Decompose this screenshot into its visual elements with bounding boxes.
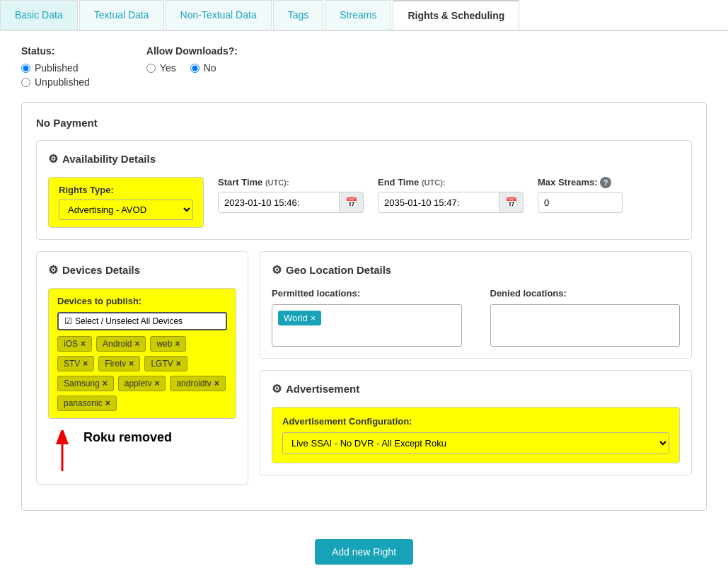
max-streams-input[interactable]: [538, 192, 623, 213]
rights-type-select[interactable]: Advertising - AVOD SVOD TVOD Free: [59, 200, 193, 220]
roku-removed-text: Roku removed: [83, 430, 172, 445]
device-tag-androidtv[interactable]: androidtv×: [170, 376, 225, 391]
availability-fields-row: Rights Type: Advertising - AVOD SVOD TVO…: [48, 177, 680, 228]
start-time-input[interactable]: [219, 193, 339, 212]
geo-title-text: Geo Location Details: [286, 264, 391, 276]
end-time-input-wrap: 📅: [378, 192, 524, 213]
remove-samsung-icon[interactable]: ×: [103, 379, 108, 388]
remove-firetv-icon[interactable]: ×: [129, 359, 134, 369]
select-all-label: Select / Unselect All Devices: [75, 316, 183, 326]
status-label: Status:: [21, 45, 90, 57]
no-payment-title: No Payment: [36, 117, 692, 129]
start-time-input-wrap: 📅: [218, 192, 364, 213]
device-tag-samsung[interactable]: Samsung×: [57, 376, 114, 391]
geo-locations-row: Permitted locations: World × Denied loca…: [272, 288, 680, 347]
start-time-utc: (UTC):: [265, 178, 289, 187]
permitted-locations-box[interactable]: World ×: [272, 304, 462, 347]
advertisement-title-text: Advertisement: [286, 383, 359, 395]
start-time-label: Start Time (UTC):: [218, 177, 364, 187]
tab-basic-data[interactable]: Basic Data: [0, 0, 78, 30]
checkbox-checked-icon: ☑: [64, 316, 72, 326]
device-tag-lgtv[interactable]: LGTV×: [144, 356, 187, 371]
remove-androidtv-icon[interactable]: ×: [214, 379, 219, 388]
remove-android-icon[interactable]: ×: [134, 339, 139, 349]
remove-appletv-icon[interactable]: ×: [154, 379, 159, 388]
downloads-yes-option[interactable]: Yes: [146, 62, 176, 74]
device-tag-stv[interactable]: STV×: [57, 356, 94, 371]
devices-col: ⚙ Devices Details Devices to publish: ☑ …: [36, 251, 248, 496]
denied-locations-box[interactable]: [490, 304, 681, 347]
start-time-field: Start Time (UTC): 📅: [218, 177, 364, 213]
tab-tags[interactable]: Tags: [273, 0, 324, 30]
remove-lgtv-icon[interactable]: ×: [176, 359, 181, 369]
downloads-no-radio[interactable]: [190, 64, 200, 73]
downloads-no-label: No: [204, 62, 216, 74]
status-unpublished-option[interactable]: Unpublished: [21, 76, 90, 88]
gear-icon-availability: ⚙: [48, 152, 58, 166]
denied-locations-label: Denied locations:: [490, 288, 681, 299]
device-tag-android[interactable]: Android×: [96, 336, 146, 352]
device-tag-firetv[interactable]: Firetv×: [98, 356, 140, 371]
bottom-bar: Add new Right: [21, 525, 707, 579]
advert-config-select[interactable]: Live SSAI - No DVR - All Except Roku Liv…: [282, 432, 669, 454]
rights-type-box: Rights Type: Advertising - AVOD SVOD TVO…: [48, 177, 204, 228]
tab-non-textual-data[interactable]: Non-Textual Data: [166, 0, 272, 30]
permitted-locations-label: Permitted locations:: [272, 288, 462, 299]
advert-config-box: Advertisement Configuration: Live SSAI -…: [272, 407, 680, 463]
gear-icon-devices: ⚙: [48, 263, 58, 277]
status-published-radio[interactable]: [21, 64, 30, 73]
remove-ios-icon[interactable]: ×: [81, 339, 86, 349]
add-new-right-button[interactable]: Add new Right: [315, 539, 413, 565]
world-location-tag[interactable]: World ×: [278, 311, 321, 325]
downloads-no-option[interactable]: No: [190, 62, 216, 74]
availability-card: ⚙ Availability Details Rights Type: Adve…: [36, 140, 692, 240]
device-tag-web[interactable]: web×: [150, 336, 186, 352]
remove-world-icon[interactable]: ×: [311, 313, 316, 323]
device-tag-ios[interactable]: iOS×: [57, 336, 92, 352]
status-published-option[interactable]: Published: [21, 62, 90, 74]
roku-removed-annotation: Roku removed: [48, 425, 236, 473]
rights-type-label: Rights Type:: [59, 185, 193, 195]
geo-title: ⚙ Geo Location Details: [272, 263, 680, 277]
no-payment-section: No Payment ⚙ Availability Details Rights…: [21, 102, 707, 511]
device-tag-appletv[interactable]: appletv×: [118, 376, 166, 391]
availability-title: ⚙ Availability Details: [48, 152, 680, 166]
devices-box: Devices to publish: ☑ Select / Unselect …: [48, 288, 236, 419]
gear-icon-geo: ⚙: [272, 263, 282, 277]
end-time-field: End Time (UTC): 📅: [378, 177, 524, 213]
devices-card: ⚙ Devices Details Devices to publish: ☑ …: [36, 251, 248, 485]
denied-locations-col: Denied locations:: [490, 288, 681, 347]
remove-stv-icon[interactable]: ×: [83, 359, 88, 369]
status-section: Status: Published Unpublished: [21, 45, 90, 88]
status-published-label: Published: [35, 62, 79, 74]
remove-panasonic-icon[interactable]: ×: [105, 398, 110, 408]
select-all-devices-button[interactable]: ☑ Select / Unselect All Devices: [57, 312, 227, 330]
devices-title-text: Devices Details: [62, 264, 140, 276]
advert-config-label: Advertisement Configuration:: [282, 416, 669, 427]
gear-icon-advertisement: ⚙: [272, 382, 282, 396]
device-tag-panasonic[interactable]: panasonic×: [57, 396, 117, 411]
tab-streams[interactable]: Streams: [325, 0, 391, 30]
geo-advert-col: ⚙ Geo Location Details Permitted locatio…: [260, 251, 692, 487]
arrow-area: Roku removed: [48, 425, 236, 473]
tab-rights-scheduling[interactable]: Rights & Scheduling: [393, 0, 519, 30]
end-time-utc: (UTC):: [422, 178, 446, 187]
arrow-up-icon: [48, 430, 76, 473]
max-streams-field: Max Streams: ?: [538, 177, 623, 213]
max-streams-help-icon[interactable]: ?: [600, 177, 611, 188]
status-downloads-row: Status: Published Unpublished Allow Down…: [21, 45, 707, 88]
end-time-calendar-button[interactable]: 📅: [499, 192, 523, 212]
downloads-radio-group: Yes No: [146, 62, 238, 74]
device-tags-container: iOS× Android× web× STV× Firetv× LGTV× Sa…: [57, 336, 227, 411]
tab-textual-data[interactable]: Textual Data: [79, 0, 164, 30]
remove-web-icon[interactable]: ×: [175, 339, 180, 349]
advertisement-title: ⚙ Advertisement: [272, 382, 680, 396]
geo-card: ⚙ Geo Location Details Permitted locatio…: [260, 251, 692, 359]
start-time-calendar-button[interactable]: 📅: [339, 192, 363, 212]
status-unpublished-radio[interactable]: [21, 78, 30, 87]
downloads-yes-radio[interactable]: [146, 64, 156, 73]
tabs-nav: Basic Data Textual Data Non-Textual Data…: [0, 0, 728, 31]
main-content: Status: Published Unpublished Allow Down…: [0, 31, 728, 583]
status-unpublished-label: Unpublished: [35, 76, 90, 88]
end-time-input[interactable]: [379, 193, 499, 212]
